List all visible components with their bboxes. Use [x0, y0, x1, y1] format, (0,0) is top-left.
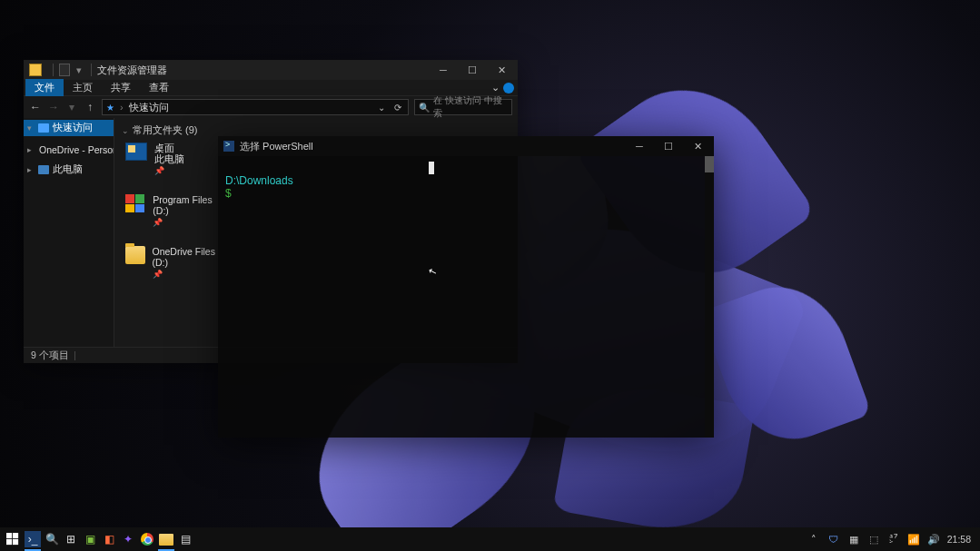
address-bar-row: ← → ▾ ↑ ★ › 快速访问 ⌄ ⟳ 🔍 在 快速访问 中搜索 — [24, 96, 518, 118]
section-header[interactable]: ⌄ 常用文件夹 (9) — [122, 123, 510, 137]
scrollbar-track[interactable] — [705, 156, 714, 438]
address-bar[interactable]: ★ › 快速访问 ⌄ ⟳ — [102, 99, 409, 115]
powershell-icon — [223, 141, 234, 152]
window-title: 选择 PowerShell — [240, 140, 313, 153]
tray-app2-icon[interactable]: ⬚ — [867, 533, 880, 546]
tray-volume-icon[interactable]: 🔊 — [927, 533, 940, 546]
search-placeholder: 在 快速访问 中搜索 — [433, 94, 508, 120]
system-tray: ˄ 🛡 ▦ ⬚ ㍐ 📶 🔊 21:58 — [807, 533, 976, 546]
svg-rect-2 — [6, 539, 12, 545]
taskbar-item-app2[interactable]: ◧ — [101, 531, 117, 547]
tray-security-icon[interactable]: 🛡 — [827, 533, 840, 546]
minimize-button[interactable]: ─ — [429, 60, 458, 80]
status-text: 9 个项目 — [31, 349, 69, 362]
powershell-window: 选择 PowerShell ─ ☐ ✕ D:\Downloads $ — [218, 136, 714, 438]
tab-file[interactable]: 文件 — [25, 79, 64, 96]
search-icon: 🔍 — [419, 103, 430, 113]
quick-access-icon: ★ — [106, 103, 114, 113]
powershell-titlebar[interactable]: 选择 PowerShell ─ ☐ ✕ — [218, 136, 714, 156]
svg-rect-0 — [6, 533, 12, 538]
close-button[interactable]: ✕ — [683, 136, 712, 156]
prompt-symbol: $ — [225, 187, 232, 200]
folder-item-desktop[interactable]: 桌面 此电脑 📌 — [125, 143, 225, 176]
item-name: 桌面 — [154, 143, 184, 153]
nav-back-button[interactable]: ← — [29, 101, 42, 113]
folder-icon — [29, 64, 42, 76]
pin-icon: 📌 — [153, 269, 226, 280]
tray-network-icon[interactable]: 📶 — [907, 533, 920, 546]
help-icon[interactable] — [503, 83, 514, 93]
clock[interactable]: 21:58 — [947, 534, 971, 545]
sidebar-label: 此电脑 — [53, 163, 83, 176]
refresh-icon[interactable]: ⟳ — [391, 103, 404, 113]
search-input[interactable]: 🔍 在 快速访问 中搜索 — [414, 99, 512, 115]
tray-ime-icon[interactable]: ㍐ — [887, 533, 900, 546]
item-name: Program Files (D:) — [153, 194, 225, 216]
nav-up-button[interactable]: ↑ — [84, 101, 96, 113]
svg-rect-3 — [13, 539, 18, 545]
sidebar-label: 快速访问 — [53, 122, 93, 134]
tray-overflow-icon[interactable]: ˄ — [807, 533, 820, 546]
chevron-down-icon[interactable]: ▾ — [76, 64, 82, 76]
item-sub: 此电脑 — [154, 153, 184, 164]
scrollbar-thumb[interactable] — [705, 156, 714, 172]
taskbar-item-search[interactable]: 🔍 — [44, 531, 60, 547]
desktop-icon — [125, 143, 147, 161]
star-icon — [38, 123, 49, 133]
folder-item-onedrive-files[interactable]: OneDrive Files (D:) 📌 — [125, 246, 225, 280]
close-button[interactable]: ✕ — [487, 60, 516, 80]
ribbon-expand-icon[interactable]: ⌄ — [491, 82, 500, 93]
sidebar-item-thispc[interactable]: ▸ 此电脑 — [24, 162, 114, 178]
tray-app-icon[interactable]: ▦ — [847, 533, 860, 546]
explorer-sidebar: ▾ 快速访问 ▸ OneDrive - Persona ▸ 此电脑 — [24, 118, 114, 347]
taskbar-item-taskview[interactable]: ⊞ — [63, 531, 79, 547]
program-icon — [125, 194, 145, 212]
item-name: OneDrive Files (D:) — [153, 246, 226, 268]
nav-recent-button[interactable]: ▾ — [65, 101, 78, 113]
taskbar-item-app3[interactable]: ✦ — [120, 531, 136, 547]
tab-home[interactable]: 主页 — [64, 79, 102, 96]
window-title: 文件资源管理器 — [97, 64, 167, 77]
pc-icon — [38, 165, 49, 174]
taskbar-item-chrome[interactable] — [139, 531, 155, 547]
pin-icon: 📌 — [154, 165, 184, 176]
explorer-titlebar[interactable]: ▾ 文件资源管理器 ─ ☐ ✕ — [24, 60, 518, 80]
terminal-body[interactable]: D:\Downloads $ — [218, 156, 714, 438]
taskbar-item-terminal[interactable]: ›_ — [25, 531, 41, 547]
sidebar-item-onedrive[interactable]: ▸ OneDrive - Persona — [24, 142, 114, 158]
folder-item-program-files[interactable]: Program Files (D:) 📌 — [125, 194, 225, 228]
start-button[interactable] — [4, 531, 22, 547]
address-location: 快速访问 — [129, 101, 169, 114]
sidebar-item-quick-access[interactable]: ▾ 快速访问 — [24, 120, 114, 136]
taskbar-item-app4[interactable]: ▤ — [177, 531, 193, 547]
minimize-button[interactable]: ─ — [625, 136, 654, 156]
taskbar-item-explorer[interactable] — [158, 531, 174, 547]
maximize-button[interactable]: ☐ — [654, 136, 683, 156]
nav-forward-button[interactable]: → — [47, 101, 60, 113]
address-dropdown-icon[interactable]: ⌄ — [375, 103, 388, 113]
svg-rect-1 — [13, 533, 18, 538]
taskbar: ›_ 🔍 ⊞ ▣ ◧ ✦ ▤ ˄ 🛡 ▦ ⬚ ㍐ 📶 🔊 21:58 — [0, 527, 980, 551]
prompt-path: D:\Downloads — [225, 174, 293, 187]
folder-icon — [159, 534, 173, 546]
folder-icon — [125, 246, 145, 264]
tab-view[interactable]: 查看 — [140, 79, 178, 96]
pin-icon: 📌 — [153, 217, 225, 228]
sidebar-label: OneDrive - Persona — [39, 144, 114, 155]
taskbar-item-app1[interactable]: ▣ — [82, 531, 98, 547]
tab-share[interactable]: 共享 — [102, 79, 140, 96]
chrome-icon — [141, 533, 153, 546]
chevron-down-icon: ⌄ — [122, 126, 129, 135]
maximize-button[interactable]: ☐ — [458, 60, 487, 80]
text-cursor — [429, 162, 434, 174]
doc-icon — [59, 64, 70, 76]
